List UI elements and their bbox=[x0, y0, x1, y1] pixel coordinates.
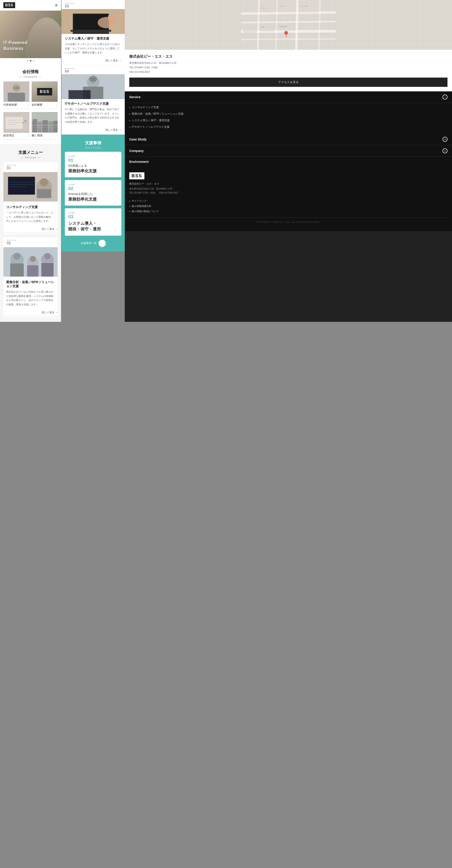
svg-rect-40 bbox=[41, 263, 54, 277]
company-link-overview[interactable]: 会社概要 → bbox=[32, 103, 58, 109]
arrow-icon-3: → bbox=[55, 134, 58, 137]
dot-2[interactable] bbox=[30, 60, 31, 62]
svg-line-58 bbox=[241, 12, 336, 13]
service-03-detail-link[interactable]: 詳しく見る → bbox=[62, 57, 125, 65]
footer-bullet-0: ▸ bbox=[129, 200, 130, 202]
svg-rect-18 bbox=[49, 122, 53, 132]
service-02-label: Service bbox=[7, 239, 54, 241]
svg-rect-69 bbox=[260, 24, 274, 31]
service-04-arrow-icon: → bbox=[119, 128, 121, 131]
case-01-title-small: DX基盤による bbox=[68, 164, 118, 168]
company-link-environment-label: 働く環境 bbox=[32, 134, 42, 137]
svg-rect-57 bbox=[69, 90, 90, 99]
service-03-number: 03 bbox=[65, 4, 121, 8]
bullet-icon-3: ▸ bbox=[129, 126, 130, 128]
service-01-num-block: Service 01 bbox=[3, 162, 58, 170]
nav-sub-it-label: ITサポート／ヘルプデスク支援 bbox=[132, 125, 169, 129]
svg-point-12 bbox=[25, 120, 26, 121]
service-04-detail-link[interactable]: 詳しく見る → bbox=[62, 126, 125, 134]
footer-tel-fax: TEL 03-5467-1783（代表） FAX 03-5766-6327 bbox=[129, 191, 448, 195]
company-address: 東京都渋谷区渋谷2-2-10 青山H&Aビル2F TEL 03-5467-178… bbox=[129, 61, 448, 74]
service-03-image bbox=[62, 9, 125, 34]
footer-link-personal-info[interactable]: ▸ 個人情報の取扱について bbox=[129, 209, 448, 214]
nav-sub-consulting-label: コンサルティング支援 bbox=[132, 105, 159, 109]
service-02-title: 業務分析・改善／BPRソリューション支援 bbox=[6, 280, 55, 288]
nav-sub-it[interactable]: ▸ ITサポート／ヘルプデスク支援 bbox=[129, 124, 448, 130]
service-01-image bbox=[3, 172, 58, 202]
footer-link-privacy[interactable]: ▸ 個人情報保護方針 bbox=[129, 204, 448, 209]
service-02-detail-link[interactable]: 詳しく見る → bbox=[3, 311, 58, 316]
case-all-label: 支援事例一覧 bbox=[80, 241, 97, 245]
service-03-num-block: Service 03 bbox=[62, 0, 125, 9]
fax-line: FAX 03-5766-6327 bbox=[129, 70, 448, 74]
city-photo bbox=[32, 112, 58, 132]
service-02-number: 02 bbox=[7, 241, 54, 245]
service-03-detail-label: 詳しく見る bbox=[105, 59, 118, 62]
case-01-card[interactable]: CASE 01 DX基盤による 業務効率化支援 bbox=[65, 152, 121, 177]
service04-svg bbox=[62, 74, 125, 99]
nav-sub-consulting[interactable]: ▸ コンサルティング支援 bbox=[129, 104, 448, 111]
service-04-detail-label: 詳しく見る bbox=[105, 128, 118, 132]
case-03-card[interactable]: CASE 03 システム導入・開発・保守・運用 bbox=[65, 208, 121, 236]
consulting-photo bbox=[3, 172, 58, 202]
writing-photo bbox=[3, 112, 29, 132]
service-01-detail-link[interactable]: 詳しく見る → bbox=[3, 227, 58, 233]
nav-item-company[interactable]: Company + bbox=[125, 145, 452, 157]
company-info-block: 株式会社ビー・エス・エス 東京都渋谷区渋谷2-2-10 青山H&Aビル2F TE… bbox=[125, 50, 452, 91]
case-01-label: CASE bbox=[68, 155, 118, 157]
case-01-title-large: 業務効率化支援 bbox=[68, 168, 118, 174]
access-button[interactable]: アクセスを見る bbox=[129, 78, 448, 87]
service02-photo bbox=[3, 247, 58, 277]
footer-link-sitemap[interactable]: ▸ サイトマップ bbox=[129, 198, 448, 204]
service-01-desc: 「ユーザーに寄り添うコンサルタント」として、お客様の立場に立って課題の解決、IT… bbox=[6, 211, 55, 223]
case-02-title-large: 業務効率化支援 bbox=[68, 196, 118, 202]
case-03-label: CASE bbox=[68, 212, 118, 214]
hamburger-button[interactable]: ≡ bbox=[55, 3, 58, 8]
svg-rect-15 bbox=[33, 119, 37, 132]
case-02-card[interactable]: CASE 02 Kintoneを利用した 業務効率化支援 bbox=[65, 180, 121, 206]
case-section-sub: Case Study bbox=[65, 147, 121, 149]
service-04-title: ITサポート／ヘルプデスク支援 bbox=[65, 102, 121, 106]
service-03-desc: その企業にマッチしたシステム導入を行うための支援、そしてそのシステムをどのように… bbox=[65, 42, 121, 55]
svg-point-39 bbox=[44, 253, 51, 259]
service-02-detail-label: 詳しく見る bbox=[42, 311, 54, 314]
nav-item-environment[interactable]: Environment bbox=[125, 157, 452, 167]
company-name: 株式会社ビー・エス・エス bbox=[129, 54, 448, 59]
svg-line-59 bbox=[241, 22, 336, 23]
nav-toggle-service[interactable]: − bbox=[443, 95, 448, 99]
right-panel: カフェ オフィス グリース亭 店舗 COMPANY 株式会社ビー・エス・エス 東… bbox=[125, 0, 452, 322]
hero-section: IT-Powered Business bbox=[0, 11, 61, 58]
dot-3[interactable] bbox=[33, 60, 34, 62]
company-section: 会社情報 Company bbox=[0, 63, 61, 144]
footer: BSS 株式会社ビー・エス・エス 東京都渋谷区渋谷2-2-10 青山H&Aビル2… bbox=[125, 167, 452, 231]
svg-rect-44 bbox=[70, 30, 111, 32]
case-all-link[interactable]: 支援事例一覧 → bbox=[65, 240, 121, 247]
footer-company-name: 株式会社ビー・エス・エス bbox=[129, 182, 448, 185]
writing-svg bbox=[3, 112, 29, 132]
company-link-overview-label: 会社概要 bbox=[32, 103, 42, 107]
service-section: 支援メニュー Service Service 01 bbox=[0, 144, 61, 322]
nav-sub-bpr-label: 業務分析・改善／BPRソリューション支援 bbox=[132, 112, 184, 116]
svg-rect-27 bbox=[37, 189, 51, 198]
service-02-content: 業務分析・改善／BPRソリューション支援 明文化されていない社内ルール等に縛られ… bbox=[3, 277, 58, 308]
nav-sub-bpr[interactable]: ▸ 業務分析・改善／BPRソリューション支援 bbox=[129, 111, 448, 117]
company-link-philosophy[interactable]: 経営理念 → bbox=[3, 134, 29, 140]
case-03-number: 03 bbox=[68, 214, 118, 219]
footer-address: 東京都渋谷区渋谷2-2-10 青山H&Aビル2F TEL 03-5467-178… bbox=[129, 187, 448, 195]
company-city-image bbox=[32, 112, 58, 132]
company-link-environment[interactable]: 働く環境 → bbox=[32, 134, 58, 140]
nav-sub-system[interactable]: ▸ システム導入／保守・運用支援 bbox=[129, 117, 448, 124]
company-grid-item-2: BSS 会社概要 → bbox=[32, 82, 58, 109]
nav-toggle-company[interactable]: + bbox=[443, 148, 448, 153]
nav-toggle-case[interactable]: + bbox=[443, 137, 448, 142]
company-link-greeting[interactable]: 代表者挨拶 → bbox=[3, 103, 29, 109]
nav-item-case-study[interactable]: Case Study + bbox=[125, 134, 452, 145]
nav-item-service[interactable]: Service − bbox=[125, 91, 452, 103]
service-02-block: Service 02 bbox=[3, 237, 58, 317]
bullet-icon-2: ▸ bbox=[129, 119, 130, 122]
hero-text: IT-Powered Business bbox=[3, 39, 28, 51]
svg-rect-34 bbox=[10, 264, 24, 277]
dot-1[interactable] bbox=[27, 60, 29, 62]
service-section-subtitle: Service bbox=[3, 156, 58, 159]
company-section-title: 会社情報 bbox=[3, 69, 58, 74]
